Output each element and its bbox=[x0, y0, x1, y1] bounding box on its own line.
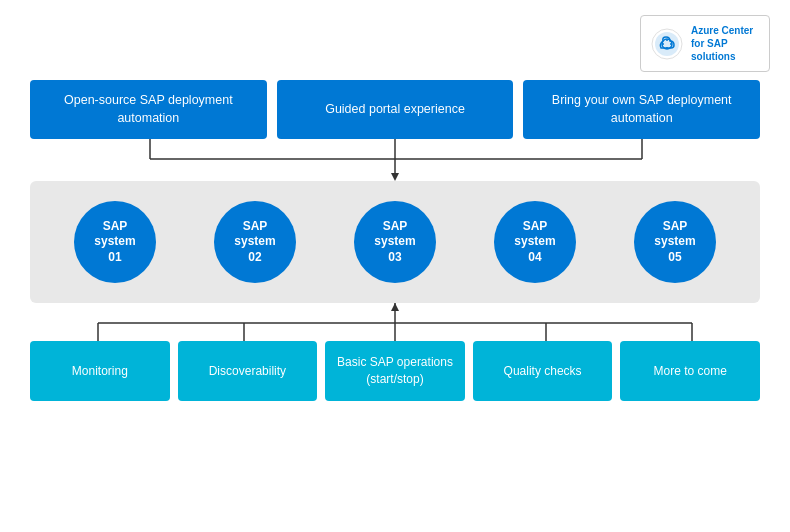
top-connectors-svg bbox=[30, 139, 760, 181]
discoverability-box: Discoverability bbox=[178, 341, 318, 401]
guided-portal-box: Guided portal experience bbox=[277, 80, 514, 139]
azure-logo-icon bbox=[651, 28, 683, 60]
bring-your-own-box: Bring your own SAP deployment automation bbox=[523, 80, 760, 139]
azure-badge: Azure Center for SAP solutions bbox=[640, 15, 770, 72]
top-row: Open-source SAP deployment automation Gu… bbox=[30, 80, 760, 139]
bottom-connectors-svg bbox=[30, 303, 760, 341]
sap-system-01: SAP system 01 bbox=[74, 201, 156, 283]
more-to-come-box: More to come bbox=[620, 341, 760, 401]
basic-ops-box: Basic SAP operations (start/stop) bbox=[325, 341, 465, 401]
main-container: Azure Center for SAP solutions Open-sour… bbox=[0, 0, 790, 532]
monitoring-box: Monitoring bbox=[30, 341, 170, 401]
quality-checks-box: Quality checks bbox=[473, 341, 613, 401]
sap-system-04: SAP system 04 bbox=[494, 201, 576, 283]
sap-system-02: SAP system 02 bbox=[214, 201, 296, 283]
top-connector-area bbox=[30, 139, 760, 181]
svg-marker-17 bbox=[391, 303, 399, 311]
sap-system-05: SAP system 05 bbox=[634, 201, 716, 283]
bottom-row: Monitoring Discoverability Basic SAP ope… bbox=[30, 341, 760, 401]
middle-band: SAP system 01 SAP system 02 SAP system 0… bbox=[30, 181, 760, 303]
bottom-connector-area bbox=[30, 303, 760, 341]
sap-system-03: SAP system 03 bbox=[354, 201, 436, 283]
svg-marker-9 bbox=[391, 173, 399, 181]
open-source-box: Open-source SAP deployment automation bbox=[30, 80, 267, 139]
svg-point-1 bbox=[655, 32, 679, 56]
azure-badge-text: Azure Center for SAP solutions bbox=[691, 24, 753, 63]
